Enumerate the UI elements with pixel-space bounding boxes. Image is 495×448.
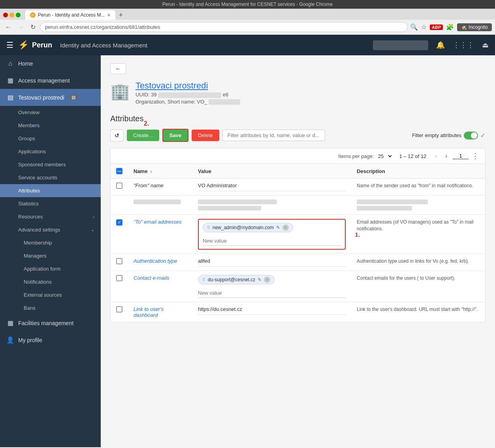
tab-label: Perun - Identity and Access M... bbox=[38, 12, 105, 18]
step1-label: 1. bbox=[355, 231, 360, 238]
sidebar-item-advanced-settings[interactable]: Advanced settings ⌄ bbox=[0, 223, 101, 236]
row-check-cell[interactable]: ✓ bbox=[111, 215, 128, 254]
sidebar-profile-label: My profile bbox=[18, 337, 42, 343]
row-checkbox[interactable] bbox=[116, 258, 122, 264]
reload-button[interactable]: ↻ bbox=[28, 23, 38, 32]
extensions-icon[interactable]: 🧩 bbox=[446, 23, 454, 31]
row-check-cell[interactable] bbox=[111, 271, 128, 302]
sidebar-item-access-management[interactable]: ▦ Access management bbox=[0, 72, 101, 89]
attr-name: Contact e-mails bbox=[134, 275, 169, 281]
layout: ⌂ Home ▦ Access management ▤ Testovaci p… bbox=[0, 55, 495, 447]
row-check-cell[interactable] bbox=[111, 302, 128, 322]
attr-name: "From" name bbox=[134, 183, 164, 188]
sidebar-item-facilities[interactable]: ▦ Facilities management bbox=[0, 314, 101, 331]
address-text: perun.einfra.cesnet.cz/organizations/681… bbox=[45, 24, 160, 30]
sidebar-members-label: Members bbox=[18, 122, 40, 128]
sidebar-item-application-form[interactable]: Application form bbox=[0, 262, 101, 275]
sidebar-item-groups[interactable]: Groups bbox=[0, 132, 101, 145]
table-row: "From" name VO Administrator Name of the… bbox=[111, 179, 485, 196]
sort-arrow-icon: ↑ bbox=[150, 169, 152, 174]
to-email-new-value-input[interactable] bbox=[203, 236, 341, 246]
sidebar-item-attributes[interactable]: Attributes bbox=[0, 184, 101, 197]
topnav-search-input[interactable] bbox=[373, 40, 428, 50]
sidebar-item-bans[interactable]: Bans bbox=[0, 301, 101, 314]
filter-input[interactable] bbox=[222, 130, 325, 141]
bookmark-icon[interactable]: ☆ bbox=[421, 23, 427, 31]
sidebar-item-profile[interactable]: 👤 My profile bbox=[0, 331, 101, 348]
edit-email-icon[interactable]: ✎ bbox=[258, 277, 262, 282]
row-checkbox[interactable] bbox=[116, 275, 122, 281]
sidebar-item-managers[interactable]: Managers bbox=[0, 249, 101, 262]
sidebar-item-external-sources[interactable]: External sources bbox=[0, 288, 101, 301]
sidebar-item-overview[interactable]: Overview bbox=[0, 106, 101, 119]
app-topnav: ☰ ⚡ Perun Identity and Access Management… bbox=[0, 35, 495, 55]
row-check-cell[interactable] bbox=[111, 254, 128, 271]
edit-email-icon[interactable]: ✎ bbox=[276, 225, 280, 230]
sidebar-item-notifications[interactable]: Notifications bbox=[0, 275, 101, 288]
table-more-icon[interactable]: ⋮ bbox=[472, 152, 479, 160]
browser-toolbar-icons: 🔍 ☆ ABP 🧩 🕵 Incognito bbox=[410, 23, 492, 31]
incognito-button[interactable]: 🕵 Incognito bbox=[457, 23, 492, 31]
browser-toolbar: ← → ↻ perun.einfra.cesnet.cz/organizatio… bbox=[0, 20, 495, 35]
create-button[interactable]: Create... bbox=[127, 130, 159, 141]
sidebar-item-service-accounts[interactable]: Service accounts bbox=[0, 171, 101, 184]
contact-email-new-value-input[interactable] bbox=[198, 288, 346, 298]
sidebar-item-sponsored-members[interactable]: Sponsored members bbox=[0, 158, 101, 171]
attr-value-cell[interactable]: VO Administrator bbox=[192, 179, 351, 196]
facilities-icon: ▦ bbox=[6, 319, 14, 327]
remove-email-icon[interactable]: ✕ bbox=[264, 277, 270, 283]
attr-name-cell: Authentication type bbox=[128, 254, 192, 271]
row-check-cell[interactable] bbox=[111, 179, 128, 196]
table-row: Contact e-mails ⠿ du-support@cesnet.cz ✎… bbox=[111, 271, 485, 302]
uuid-prefix: UUID: 39 bbox=[136, 92, 156, 98]
entity-org: Organization, Short name: VO_ bbox=[136, 99, 240, 105]
save-button[interactable]: Save bbox=[162, 129, 188, 142]
vo-badge: ▤ bbox=[70, 94, 77, 100]
next-page-button[interactable]: › bbox=[443, 152, 450, 160]
sidebar-service-accounts-label: Service accounts bbox=[18, 175, 57, 181]
row-checkbox[interactable] bbox=[116, 306, 122, 312]
delete-button[interactable]: Delete bbox=[192, 130, 219, 141]
org-redacted bbox=[209, 99, 240, 105]
back-button[interactable]: ← bbox=[110, 63, 126, 74]
attr-value-cell[interactable]: ⠿ du-support@cesnet.cz ✎ ✕ bbox=[192, 271, 351, 302]
forward-button[interactable]: → bbox=[16, 23, 26, 32]
items-per-page-select[interactable]: 25 50 100 bbox=[376, 153, 393, 160]
name-column-header[interactable]: Name ↑ bbox=[128, 164, 192, 179]
close-tab-icon[interactable]: ✕ bbox=[107, 13, 111, 18]
remove-email-icon[interactable]: ✕ bbox=[282, 224, 289, 231]
row-checkbox-checked[interactable]: ✓ bbox=[116, 219, 122, 226]
row-checkbox[interactable] bbox=[116, 183, 122, 189]
attr-value-cell[interactable]: allfed bbox=[192, 254, 351, 271]
sidebar-item-home[interactable]: ⌂ Home bbox=[0, 55, 101, 72]
notifications-icon[interactable]: 🔔 bbox=[436, 41, 445, 49]
sidebar-attributes-label: Attributes bbox=[18, 188, 40, 194]
new-tab-icon[interactable]: + bbox=[119, 11, 123, 19]
prev-page-button[interactable]: ‹ bbox=[433, 152, 439, 160]
toggle-filter-empty[interactable] bbox=[464, 132, 478, 139]
section-title: Attributes bbox=[110, 114, 486, 123]
apps-icon[interactable]: ⋮⋮⋮ bbox=[453, 41, 474, 49]
attr-value-cell-highlighted[interactable]: ⠿ new_admin@mydomain.com ✎ ✕ 1. bbox=[192, 215, 351, 254]
sidebar-item-applications[interactable]: Applications bbox=[0, 145, 101, 158]
sidebar-item-resources[interactable]: Resources › bbox=[0, 210, 101, 223]
value-label: Value bbox=[198, 168, 211, 174]
sidebar-item-membership[interactable]: Membership bbox=[0, 236, 101, 249]
search-icon[interactable]: 🔍 bbox=[410, 23, 418, 31]
select-all-header[interactable]: — bbox=[111, 164, 128, 179]
logout-icon[interactable]: ⏏ bbox=[482, 41, 489, 49]
adblock-icon[interactable]: ABP bbox=[430, 24, 443, 30]
refresh-button[interactable]: ↺ bbox=[110, 130, 124, 141]
attr-value-cell[interactable]: https://du.cesnet.cz bbox=[192, 302, 351, 322]
sidebar-item-statistics[interactable]: Statistics bbox=[0, 197, 101, 210]
back-button[interactable]: ← bbox=[3, 23, 13, 32]
sidebar-item-members[interactable]: Members bbox=[0, 119, 101, 132]
page-input[interactable] bbox=[453, 153, 469, 159]
menu-icon[interactable]: ☰ bbox=[6, 40, 13, 50]
sidebar-item-vo[interactable]: ▤ Testovaci prostredi ▤ bbox=[0, 89, 101, 106]
entity-title[interactable]: Testovaci prostredi bbox=[136, 81, 240, 91]
address-bar[interactable]: perun.einfra.cesnet.cz/organizations/681… bbox=[40, 22, 408, 32]
vo-icon: ▤ bbox=[6, 94, 14, 101]
browser-tab[interactable]: P Perun - Identity and Access M... ✕ bbox=[25, 10, 115, 20]
select-all-checkbox[interactable]: — bbox=[116, 168, 122, 174]
